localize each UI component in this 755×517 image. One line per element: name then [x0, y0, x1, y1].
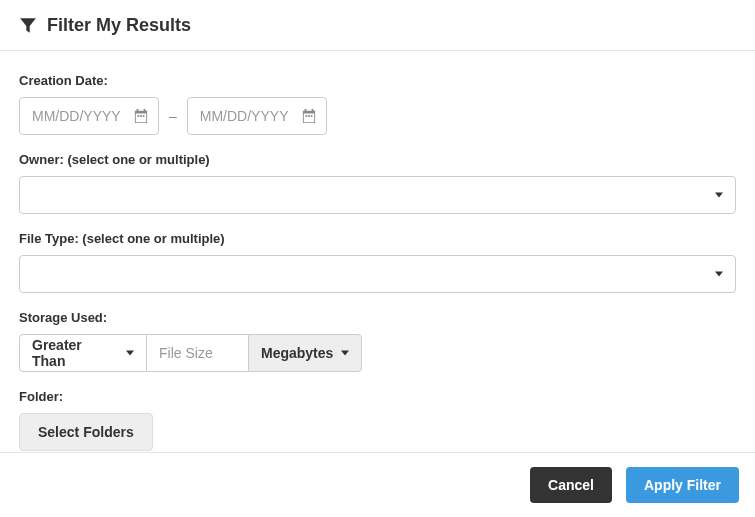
select-folders-button[interactable]: Select Folders — [19, 413, 153, 451]
filter-icon — [19, 17, 37, 35]
dialog-content: Creation Date: – — [0, 51, 755, 451]
file-type-select[interactable] — [19, 255, 736, 293]
folder-label: Folder: — [19, 389, 736, 404]
svg-rect-2 — [143, 115, 145, 117]
svg-rect-0 — [138, 115, 140, 117]
svg-rect-5 — [311, 115, 313, 117]
dialog-header: Filter My Results — [0, 0, 755, 51]
creation-date-to-wrap[interactable] — [187, 97, 327, 135]
storage-label: Storage Used: — [19, 310, 736, 325]
caret-down-icon — [341, 349, 349, 357]
creation-date-group: Creation Date: – — [19, 73, 736, 135]
svg-rect-1 — [140, 115, 142, 117]
folder-group: Folder: Select Folders — [19, 389, 736, 451]
creation-date-to-input[interactable] — [200, 108, 292, 124]
owner-group: Owner: (select one or multiple) — [19, 152, 736, 214]
caret-down-icon — [715, 191, 723, 199]
caret-down-icon — [126, 349, 134, 357]
storage-operator-select[interactable]: Greater Than — [19, 334, 147, 372]
apply-filter-button[interactable]: Apply Filter — [626, 467, 739, 503]
caret-down-icon — [715, 270, 723, 278]
cancel-button[interactable]: Cancel — [530, 467, 612, 503]
storage-unit-value: Megabytes — [261, 345, 333, 361]
dialog-footer: Cancel Apply Filter — [0, 452, 755, 517]
file-type-label: File Type: (select one or multiple) — [19, 231, 736, 246]
creation-date-from-wrap[interactable] — [19, 97, 159, 135]
creation-date-row: – — [19, 97, 736, 135]
storage-size-input[interactable] — [147, 334, 248, 372]
creation-date-label: Creation Date: — [19, 73, 736, 88]
calendar-icon — [134, 109, 148, 123]
svg-rect-4 — [308, 115, 310, 117]
creation-date-from-input[interactable] — [32, 108, 124, 124]
date-range-dash: – — [169, 108, 177, 124]
dialog-title: Filter My Results — [47, 15, 191, 36]
owner-select[interactable] — [19, 176, 736, 214]
storage-unit-select[interactable]: Megabytes — [248, 334, 362, 372]
svg-rect-3 — [305, 115, 307, 117]
storage-row: Greater Than Megabytes — [19, 334, 736, 372]
file-type-group: File Type: (select one or multiple) — [19, 231, 736, 293]
calendar-icon — [302, 109, 316, 123]
owner-label: Owner: (select one or multiple) — [19, 152, 736, 167]
storage-operator-value: Greater Than — [32, 337, 116, 369]
storage-group: Storage Used: Greater Than Megabytes — [19, 310, 736, 372]
